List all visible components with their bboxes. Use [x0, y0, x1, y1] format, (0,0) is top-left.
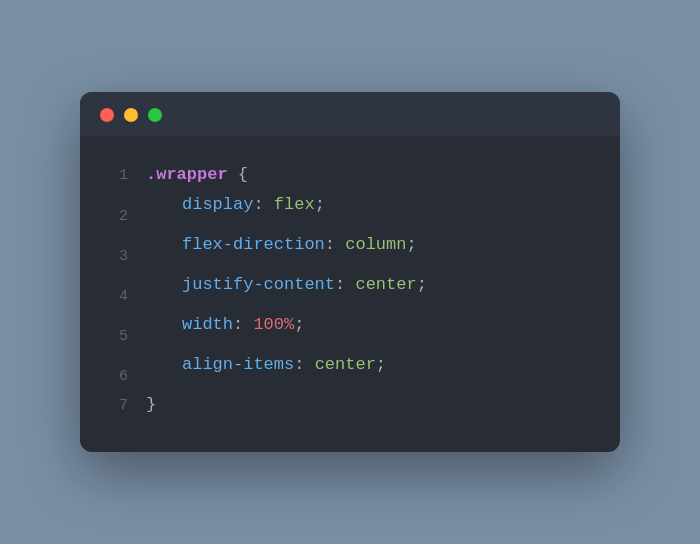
token-colon: :	[233, 310, 253, 340]
token-value: center	[315, 350, 376, 380]
token-value: flex	[274, 190, 315, 220]
token-property: flex-direction	[182, 230, 325, 260]
line-number: 5	[100, 324, 128, 350]
code-window: 1 .wrapper { 2 display : flex ; 3 flex-d…	[80, 92, 620, 452]
token-value: center	[355, 270, 416, 300]
token-value: column	[345, 230, 406, 260]
token-colon: :	[325, 230, 345, 260]
code-content: }	[146, 390, 156, 420]
line-number: 4	[100, 284, 128, 310]
code-line: 5 width : 100% ;	[100, 310, 592, 350]
indent	[146, 230, 182, 260]
token-semicolon: ;	[376, 350, 386, 380]
titlebar	[80, 92, 620, 136]
code-line: 7 }	[100, 390, 592, 420]
token-semicolon: ;	[417, 270, 427, 300]
minimize-button[interactable]	[124, 108, 138, 122]
token-semicolon: ;	[406, 230, 416, 260]
token-brace: }	[146, 390, 156, 420]
code-line: 3 flex-direction : column ;	[100, 230, 592, 270]
code-line: 2 display : flex ;	[100, 190, 592, 230]
token-selector: .wrapper	[146, 160, 228, 190]
code-line: 6 align-items : center ;	[100, 350, 592, 390]
line-number: 7	[100, 393, 128, 419]
token-colon: :	[294, 350, 314, 380]
code-content: width : 100% ;	[146, 310, 304, 340]
code-content: align-items : center ;	[146, 350, 386, 380]
token-property: display	[182, 190, 253, 220]
token-semicolon: ;	[294, 310, 304, 340]
indent	[146, 350, 182, 380]
code-content: .wrapper {	[146, 160, 248, 190]
line-number: 1	[100, 163, 128, 189]
token-colon: :	[335, 270, 355, 300]
code-line: 4 justify-content : center ;	[100, 270, 592, 310]
token-brace: {	[228, 160, 248, 190]
code-content: flex-direction : column ;	[146, 230, 417, 260]
line-number: 2	[100, 204, 128, 230]
token-property: justify-content	[182, 270, 335, 300]
line-number: 6	[100, 364, 128, 390]
token-property: align-items	[182, 350, 294, 380]
token-value-num: 100%	[253, 310, 294, 340]
indent	[146, 190, 182, 220]
indent	[146, 270, 182, 300]
close-button[interactable]	[100, 108, 114, 122]
token-property: width	[182, 310, 233, 340]
indent	[146, 310, 182, 340]
code-area: 1 .wrapper { 2 display : flex ; 3 flex-d…	[80, 136, 620, 452]
code-content: display : flex ;	[146, 190, 325, 220]
code-line: 1 .wrapper {	[100, 160, 592, 190]
token-semicolon: ;	[315, 190, 325, 220]
maximize-button[interactable]	[148, 108, 162, 122]
token-colon: :	[253, 190, 273, 220]
code-content: justify-content : center ;	[146, 270, 427, 300]
line-number: 3	[100, 244, 128, 270]
